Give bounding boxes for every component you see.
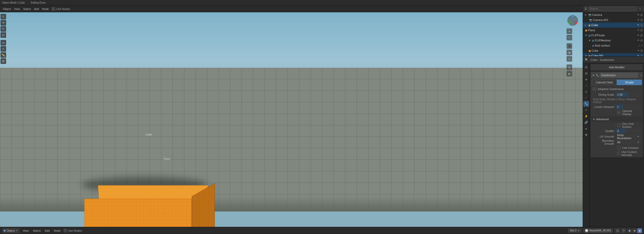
shade-rendered[interactable]: ◈ [637,228,642,233]
uv-smooth-value[interactable]: Keep Boundaries ▼ [616,134,641,139]
dicing-value[interactable]: 1.00 [616,92,641,97]
limit-check[interactable] [617,124,620,127]
stats-icon[interactable]: ▤ [615,228,620,233]
flipfluids-render-icon[interactable]: 🎥 [640,34,643,37]
plane-eye-icon[interactable]: 👁 [637,29,639,31]
flipmeshes-eye-icon[interactable]: 👁 [637,39,639,42]
boundary-smooth-value[interactable]: All ▼ [616,140,641,144]
catmull-clark-btn[interactable]: Catmull-Clark [592,80,617,85]
shade-solid[interactable]: ◼ [627,228,632,233]
vp-object-btn[interactable]: Object [2,6,12,12]
outliner-item-cube-inner[interactable]: ▣ Cube 👁 🎥 [583,48,644,53]
vp-xray[interactable]: ⊙ [567,56,572,62]
viewport[interactable]: Cube Plane Object View Select Add Node ✓… [0,6,583,227]
prop-icon-physics[interactable]: ⚡ [583,113,589,119]
tool-scale[interactable]: ⊡ [1,32,6,38]
camera-render-icon[interactable]: 🎥 [640,14,643,16]
cube-render-icon[interactable]: 🎥 [640,24,643,26]
tool-measure[interactable]: 📏 [1,52,6,58]
cube001-render-icon[interactable]: 🎥 [640,54,643,56]
flipmeshes-render-icon[interactable]: 🎥 [640,39,643,42]
simple-btn[interactable]: Simple [617,80,642,85]
prop-icon-scene[interactable]: ⌂ [583,83,589,88]
material-indicator[interactable]: Marble066_4K.001 [583,229,613,233]
status-add-btn[interactable]: Add [44,228,51,233]
cube-vis-icons: 👁 🎥 [637,24,644,26]
vp-shading[interactable]: ◐ [567,71,572,76]
shade-material[interactable]: ◉ [632,228,637,233]
flipfluids-eye-icon[interactable]: 👁 [637,34,639,37]
prop-icon-output[interactable]: ▤ [583,70,589,76]
camera001-render-icon[interactable]: 🎥 [640,19,643,21]
prop-icon-objectdata[interactable]: ▲ [583,126,589,131]
viewport-shading-icon[interactable]: ◼ ◉ ◈ [627,228,642,233]
render-engine-icon[interactable]: ⚙ [621,228,626,233]
slot-indicator[interactable]: Slot 3 ▼ [568,229,582,232]
prop-icon-constraints[interactable]: 🔗 [583,119,589,125]
tool-rotate[interactable]: ↻ [1,26,6,32]
use-nodes-status[interactable]: ✓ Use Nodes [64,229,82,232]
custom-normals-check[interactable] [617,152,620,155]
vp-zoom-in[interactable]: + [567,28,572,34]
outliner-item-cube[interactable]: ▶ ▣ Cube 👁 🎥 [583,23,644,28]
cube-inner-render-icon[interactable]: 🎥 [640,49,643,52]
ground [0,68,583,211]
prop-icon-particles[interactable]: ✦ [583,107,589,113]
outliner-search[interactable] [589,7,636,11]
outliner-item-plane[interactable]: ▣ Plane 👁 🎥 [583,28,644,33]
prop-icon-viewlayer[interactable]: ◈ [583,76,589,82]
mod-camera-icon[interactable]: 🎥 [639,73,643,77]
prop-icon-modifier[interactable]: 🔧 [583,101,589,107]
outliner-item-camera[interactable]: ▶ 📷 Camera 👁 🎥 [583,12,644,17]
vp-wireframe[interactable]: ◉ [567,50,572,55]
vp-node-btn[interactable]: Node [41,6,50,12]
mode-indicator[interactable]: Object ▼ [2,228,20,233]
modifier-name-input[interactable] [600,73,638,78]
outliner-item-camera001[interactable]: 📷 Camera.001 👁 🎥 [583,17,644,23]
prop-icon-render[interactable]: 🎥 [583,64,589,70]
vp-select-btn[interactable]: Select [22,6,32,12]
outliner-item-fluidsurface[interactable]: ◈ fluid surface ◇ ◇ [583,43,644,48]
fluidsurface-vis1[interactable]: ◇ [639,44,640,47]
tool-add[interactable]: ⊞ [1,58,6,64]
vp-camera-view[interactable]: 🎥 [567,43,572,49]
vp-use-nodes[interactable]: ✓ Use Nodes [52,7,70,11]
prop-icon-material[interactable]: ◉ [583,132,589,137]
outliner-item-flipmeshes[interactable]: ▼ ▤ FLIPMeshes 👁 🎥 [583,38,644,43]
prop-icon-world[interactable]: ◎ [583,89,589,94]
vp-zoom-out[interactable]: − [567,35,572,40]
tool-move[interactable]: ✛ [1,20,6,26]
quality-value[interactable]: 3 [616,129,641,133]
add-modifier-btn[interactable]: Add Modifier [591,64,643,70]
vp-add-btn[interactable]: Add [33,6,40,12]
levels-value[interactable]: 1 [616,105,641,109]
prop-search-icon[interactable]: 🔍 [584,57,589,62]
tool-select[interactable]: ↖ [1,14,6,19]
adaptive-check[interactable]: ✓ [593,87,596,91]
tool-annotate[interactable]: ✏ [1,46,6,52]
status-node-btn[interactable]: Node [53,228,62,233]
cube-eye-icon[interactable]: 👁 [637,24,639,26]
camera001-eye-icon[interactable]: 👁 [637,19,639,21]
prop-icon-object[interactable]: □ [583,95,589,101]
vp-overlay[interactable]: ⊞ [567,64,572,70]
tool-transform[interactable]: ⊕ [1,40,6,46]
status-select-btn[interactable]: Select [32,228,42,233]
status-view-btn[interactable]: View [22,228,30,233]
outliner-item-cube001[interactable]: ▼ ▣ Cube.001 👁 🎥 [583,53,644,56]
cube-inner-eye-icon[interactable]: 👁 [637,49,639,52]
outliner-item-flipfluids[interactable]: ▼ ▤ FLIPFluids 👁 🎥 [583,33,644,38]
cube-inner-icon: ▣ [589,49,591,52]
vp-view-btn[interactable]: View [13,6,21,12]
creases-check[interactable] [617,146,621,150]
camera-eye-icon[interactable]: 👁 [637,14,639,16]
plane-render-icon[interactable]: 🎥 [640,29,643,31]
fluidsurface-vis2[interactable]: ◇ [641,44,643,47]
outliner-filter-icon[interactable]: ▽ [638,7,642,11]
cube001-eye-icon[interactable]: 👁 [637,54,639,56]
flipfluids-vis-icons: 👁 🎥 [637,34,644,37]
overlay-nav-widget[interactable]: Z X Y [567,14,579,27]
mod-expand-arrow[interactable]: ▼ [592,74,595,77]
advanced-section-header[interactable]: ▼ Advanced [592,116,642,122]
optimal-check[interactable]: ✓ [617,111,620,114]
